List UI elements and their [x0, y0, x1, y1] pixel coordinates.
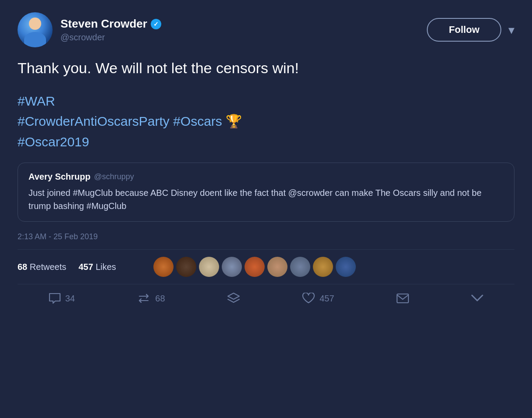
quoted-handle: @schruppy — [94, 172, 134, 181]
comment-icon — [49, 293, 61, 304]
retweet-action-count: 68 — [155, 294, 165, 304]
tweet-body: Thank you. We will not let the censors w… — [18, 58, 514, 152]
liker-avatar-7 — [290, 257, 310, 277]
liker-avatar-1 — [153, 257, 174, 277]
chevron-down-icon[interactable]: ▾ — [508, 23, 514, 37]
likes-label: Likes — [96, 262, 116, 272]
heart-icon — [302, 293, 315, 304]
user-handle: @scrowder — [60, 32, 161, 43]
follow-button[interactable]: Follow — [427, 18, 501, 42]
avatar — [18, 12, 53, 47]
tweet-main-text: Thank you. We will not let the censors w… — [18, 58, 514, 79]
hashtag-line1: #WAR — [18, 91, 514, 112]
layers-icon — [227, 292, 240, 305]
stats-left: 68 Retweets 457 Likes — [18, 262, 153, 272]
tweet-hashtags: #WAR #CrowderAntiOscarsParty #Oscars 🏆 #… — [18, 91, 514, 152]
tweet-header: Steven Crowder ✓ @scrowder Follow ▾ — [18, 12, 514, 47]
action-row: 34 68 457 — [18, 284, 514, 313]
quoted-tweet: Avery Schrupp @schruppy Just joined #Mug… — [18, 163, 514, 222]
quoted-text: Just joined #MugClub because ABC Disney … — [28, 186, 504, 213]
tweet-timestamp: 2:13 AM - 25 Feb 2019 — [18, 232, 514, 241]
comment-action[interactable]: 34 — [49, 293, 75, 304]
dm-action[interactable] — [396, 293, 409, 304]
quoted-user-name: Avery Schrupp — [28, 172, 91, 182]
hashtag-line2: #CrowderAntiOscarsParty #Oscars 🏆 — [18, 111, 514, 132]
header-left: Steven Crowder ✓ @scrowder — [18, 12, 161, 47]
retweet-action[interactable]: 68 — [137, 293, 165, 304]
retweet-icon — [137, 293, 151, 304]
liker-avatar-3 — [199, 257, 219, 277]
likes-action-count: 457 — [319, 294, 334, 304]
user-name-row: Steven Crowder ✓ — [60, 17, 161, 31]
comment-count: 34 — [65, 294, 75, 304]
retweet-label: Retweets — [30, 262, 66, 272]
liker-avatar-4 — [222, 257, 242, 277]
svg-rect-0 — [397, 294, 408, 303]
header-right: Follow ▾ — [427, 18, 514, 42]
liker-avatar-2 — [176, 257, 196, 277]
likers-avatars — [153, 257, 514, 277]
tweet-card: Steven Crowder ✓ @scrowder Follow ▾ Than… — [0, 0, 532, 418]
user-name: Steven Crowder — [60, 17, 147, 31]
hashtag-crowder-anti: #CrowderAntiOscarsParty #Oscars — [18, 114, 226, 128]
liker-avatar-6 — [267, 257, 287, 277]
like-action[interactable]: 457 — [302, 293, 334, 304]
hashtag-line3: #Oscar2019 — [18, 132, 514, 152]
liker-avatar-8 — [313, 257, 333, 277]
liker-avatar-9 — [336, 257, 356, 277]
likes-stat: 457 Likes — [78, 262, 116, 272]
retweet-stat: 68 Retweets — [18, 262, 66, 272]
mail-icon — [396, 293, 409, 304]
user-info: Steven Crowder ✓ @scrowder — [60, 17, 161, 43]
stats-row: 68 Retweets 457 Likes — [18, 250, 514, 284]
quoted-header: Avery Schrupp @schruppy — [28, 172, 504, 182]
chevron-down-icon — [471, 294, 483, 303]
likes-count: 457 — [78, 262, 93, 272]
liker-avatar-5 — [245, 257, 265, 277]
more-action[interactable] — [471, 294, 483, 303]
verified-icon: ✓ — [151, 19, 161, 29]
retweet-count: 68 — [18, 262, 27, 272]
trophy-emoji: 🏆 — [226, 114, 242, 128]
layers-action[interactable] — [227, 292, 240, 305]
